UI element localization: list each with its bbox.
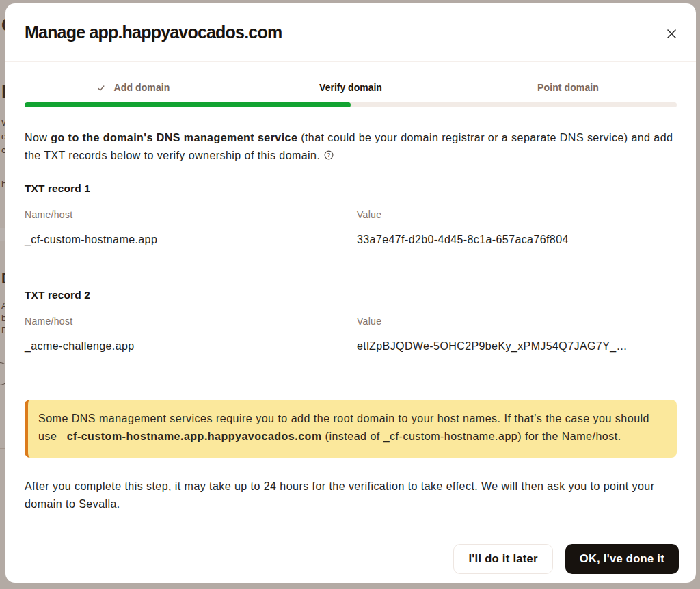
value-label: Value xyxy=(357,316,677,327)
instructions-text: Now go to the domain's DNS management se… xyxy=(25,129,677,165)
name-host-label: Name/host xyxy=(25,316,357,327)
dialog-title: Manage app.happyavocados.com xyxy=(25,23,282,42)
instructions-pre: Now xyxy=(25,132,51,143)
brand-name: Sevalla xyxy=(79,498,117,510)
step-label: Add domain xyxy=(114,82,170,94)
check-icon xyxy=(97,84,105,92)
step-label: Point domain xyxy=(537,82,599,94)
dialog-footer: I'll do it later OK, I've done it xyxy=(5,534,696,583)
instructions-bold: go to the domain's DNS management servic… xyxy=(51,132,297,143)
help-icon[interactable]: ? xyxy=(324,148,334,165)
record-grid: Name/host Value _cf-custom-hostname.app … xyxy=(25,195,677,246)
dialog-header: Manage app.happyavocados.com xyxy=(5,3,696,62)
close-button[interactable] xyxy=(663,27,679,43)
progress-bar-track xyxy=(25,102,677,107)
progress-bar-fill xyxy=(25,102,351,107)
ok-done-button[interactable]: OK, I've done it xyxy=(565,544,679,574)
step-point-domain: Point domain xyxy=(459,82,677,94)
step-add-domain: Add domain xyxy=(25,82,242,94)
note-post: . xyxy=(117,498,120,510)
name-host-label: Name/host xyxy=(25,209,357,220)
record-name-value: _cf-custom-hostname.app xyxy=(25,234,357,246)
callout-post: (instead of _cf-custom-hostname.app) for… xyxy=(322,430,621,442)
value-label: Value xyxy=(357,209,677,220)
txt-record-2: TXT record 2 Name/host Value _acme-chall… xyxy=(25,289,677,353)
do-it-later-button[interactable]: I'll do it later xyxy=(453,544,552,574)
warning-callout: Some DNS management services require you… xyxy=(25,400,677,458)
callout-bold: _cf-custom-hostname.app.happyavocados.co… xyxy=(60,430,321,442)
record-grid: Name/host Value _acme-challenge.app etlZ… xyxy=(25,301,677,353)
step-label: Verify domain xyxy=(319,82,382,94)
close-icon xyxy=(667,29,676,40)
txt-record-1: TXT record 1 Name/host Value _cf-custom-… xyxy=(25,182,677,246)
stepper: Add domain Verify domain Point domain xyxy=(25,82,677,94)
record-title: TXT record 2 xyxy=(25,289,677,301)
record-value-value: etlZpBJQDWe-5OHC2P9beKy_xPMJ54Q7JAG7Y_… xyxy=(357,340,677,353)
after-step-note: After you complete this step, it may tak… xyxy=(25,478,677,513)
record-title: TXT record 1 xyxy=(25,182,677,195)
record-name-value: _acme-challenge.app xyxy=(25,340,357,353)
record-value-value: 33a7e47f-d2b0-4d45-8c1a-657aca76f804 xyxy=(357,234,677,246)
dialog-body: Add domain Verify domain Point domain No… xyxy=(5,82,696,513)
svg-text:?: ? xyxy=(327,152,331,159)
step-verify-domain: Verify domain xyxy=(242,82,459,94)
manage-domain-dialog: Manage app.happyavocados.com Add domain … xyxy=(5,3,696,583)
